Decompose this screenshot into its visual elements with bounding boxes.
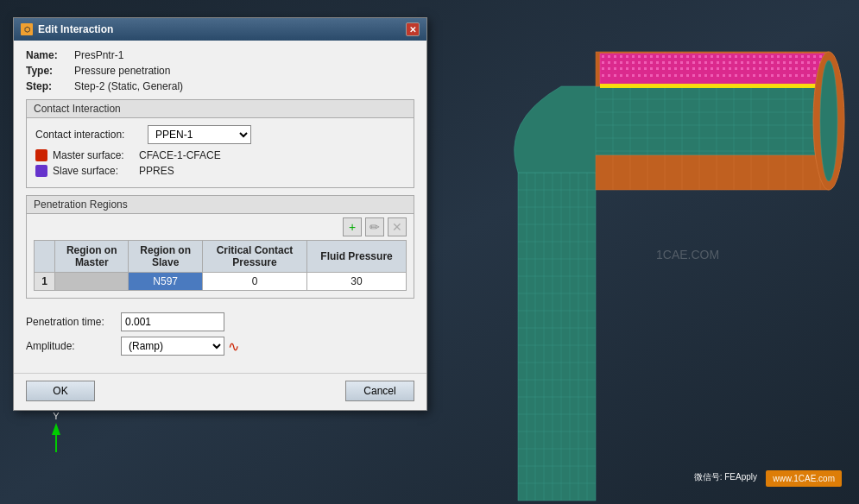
svg-text:1CAE.COM: 1CAE.COM [656,248,719,261]
region-master-cell[interactable] [55,273,129,291]
svg-rect-108 [795,55,798,58]
table-header-row: Region onMaster Region onSlave Critical … [35,241,407,273]
cancel-button[interactable]: Cancel [345,381,414,401]
penetration-time-label: Penetration time: [26,316,121,328]
svg-rect-114 [602,61,604,64]
svg-rect-93 [704,55,707,58]
table-row[interactable]: 1 N597 0 30 [35,273,407,291]
svg-rect-178 [759,67,761,70]
svg-rect-85 [656,55,659,58]
svg-rect-155 [620,67,622,70]
svg-rect-149 [813,61,816,64]
svg-rect-197 [644,74,647,77]
svg-rect-208 [711,74,713,77]
svg-rect-48 [596,155,829,190]
svg-rect-213 [741,74,743,77]
edit-interaction-dialog: ⬡ Edit Interaction ✕ Name: PresPntr-1 Ty… [13,17,427,411]
contact-interaction-label: Contact interaction: [35,129,148,141]
penetration-time-row: Penetration time: [26,312,414,331]
svg-rect-198 [650,74,653,77]
svg-rect-206 [698,74,701,77]
svg-rect-103 [765,55,767,58]
svg-rect-220 [783,74,786,77]
contact-interaction-section: Contact Interaction Contact interaction:… [26,99,414,188]
svg-rect-160 [650,67,653,70]
svg-rect-204 [686,74,689,77]
svg-rect-182 [783,67,786,70]
svg-rect-184 [795,67,798,70]
svg-rect-163 [668,67,671,70]
svg-rect-205 [692,74,695,77]
step-label: Step: [26,80,69,92]
bottom-fields: Penetration time: Amplitude: (Ramp) ∿ [26,306,414,364]
svg-rect-224 [807,74,810,77]
svg-rect-106 [783,55,786,58]
svg-rect-142 [771,61,774,64]
region-slave-cell[interactable]: N597 [129,273,202,291]
contact-section-content: Contact interaction: PPEN-1 Master surfa… [27,118,414,187]
contact-interaction-dropdown-container: PPEN-1 [148,125,251,144]
penetration-time-input[interactable] [121,312,224,331]
svg-rect-87 [668,55,671,58]
svg-rect-175 [741,67,743,70]
titlebar-icon: ⬡ [21,23,33,35]
ok-button[interactable]: OK [26,381,95,401]
critical-pressure-cell[interactable]: 0 [202,273,306,291]
svg-rect-145 [789,61,792,64]
svg-rect-218 [771,74,774,77]
svg-rect-141 [765,61,767,64]
svg-rect-183 [789,67,792,70]
svg-rect-187 [813,67,816,70]
svg-rect-221 [789,74,792,77]
slave-surface-row: Slave surface: PPRES [35,165,405,177]
svg-rect-91 [692,55,695,58]
svg-rect-143 [777,61,780,64]
svg-rect-199 [656,74,659,77]
penetration-regions-title: Penetration Regions [27,196,414,214]
close-button[interactable]: ✕ [406,22,420,36]
titlebar-left: ⬡ Edit Interaction [21,23,113,35]
svg-rect-210 [723,74,725,77]
fluid-pressure-cell[interactable]: 30 [307,273,407,291]
svg-rect-118 [626,61,628,64]
svg-rect-159 [644,67,647,70]
svg-rect-107 [789,55,792,58]
svg-rect-156 [626,67,628,70]
add-region-button[interactable]: + [343,217,362,236]
name-value: PresPntr-1 [74,49,123,61]
svg-rect-135 [729,61,731,64]
svg-rect-164 [674,67,677,70]
slave-surface-value: PPRES [139,165,174,177]
svg-rect-228 [600,84,829,88]
svg-rect-144 [783,61,786,64]
svg-rect-153 [608,67,610,70]
svg-rect-79 [620,55,622,58]
svg-rect-110 [807,55,810,58]
svg-rect-196 [638,74,641,77]
svg-rect-133 [717,61,719,64]
svg-rect-126 [674,61,677,64]
edit-region-button[interactable]: ✏ [365,217,384,236]
svg-rect-97 [729,55,731,58]
contact-interaction-select[interactable]: PPEN-1 [148,125,251,144]
step-value: Step-2 (Static, General) [74,80,183,92]
delete-region-button[interactable]: ✕ [388,217,407,236]
svg-rect-131 [704,61,707,64]
svg-rect-154 [614,67,616,70]
master-surface-value: CFACE-1-CFACE [139,149,221,161]
svg-rect-95 [717,55,719,58]
svg-rect-104 [771,55,774,58]
master-surface-row: Master surface: CFACE-1-CFACE [35,149,405,161]
y-axis-label: Y [52,411,60,421]
svg-rect-209 [717,74,719,77]
amplitude-graph-icon[interactable]: ∿ [228,338,239,355]
svg-rect-219 [777,74,780,77]
col-header-empty [35,241,55,273]
svg-rect-129 [692,61,695,64]
regions-table-container: Region onMaster Region onSlave Critical … [27,240,414,298]
dialog-titlebar[interactable]: ⬡ Edit Interaction ✕ [14,18,426,41]
svg-rect-137 [741,61,743,64]
amplitude-select[interactable]: (Ramp) [121,337,224,356]
svg-rect-152 [602,67,604,70]
svg-rect-201 [668,74,671,77]
